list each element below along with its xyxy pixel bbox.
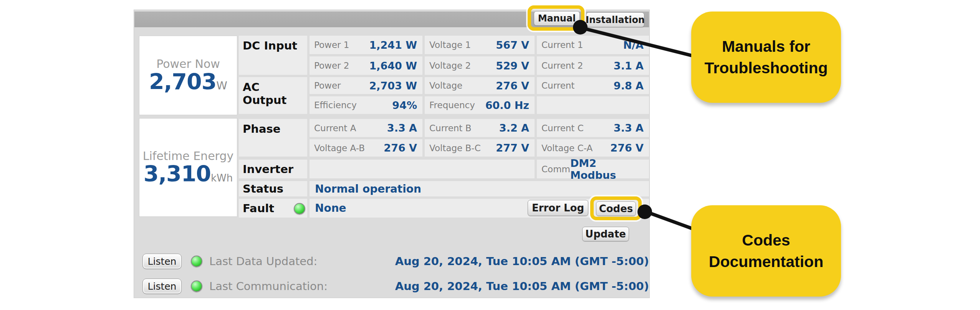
lifetime-energy-label: Lifetime Energy bbox=[143, 149, 233, 163]
cell-dc-current1: Current 1N/A bbox=[537, 36, 649, 54]
last-communication-timestamp: Aug 20, 2024, Tue 10:05 AM (GMT -5:00) bbox=[395, 280, 649, 292]
dc-voltage2-value: 529 V bbox=[496, 60, 529, 72]
inverter-comm-value: DM2 Modbus bbox=[570, 157, 644, 181]
section-label-inverter: Inverter bbox=[239, 160, 307, 178]
cell-empty-ac bbox=[537, 96, 649, 114]
lifetime-energy-value: 3,310kWh bbox=[144, 163, 233, 186]
ac-power-label: Power bbox=[314, 81, 341, 91]
codes-highlight-ring bbox=[590, 196, 642, 220]
cell-ac-voltage: Voltage276 V bbox=[425, 77, 535, 94]
communication-led bbox=[191, 280, 202, 292]
cell-dc-power2: Power 21,640 W bbox=[310, 56, 422, 75]
cell-dc-power1: Power 11,241 W bbox=[310, 36, 422, 54]
lifetime-energy-box: Lifetime Energy 3,310kWh bbox=[139, 118, 237, 217]
cell-dc-voltage2: Voltage 2529 V bbox=[425, 56, 535, 75]
cell-ac-frequency: Frequency60.0 Hz bbox=[425, 96, 535, 114]
listen-button-communication[interactable]: Listen bbox=[142, 279, 182, 294]
phase-voltage-ab-label: Voltage A-B bbox=[314, 143, 365, 153]
connector-line-codes bbox=[645, 211, 694, 229]
callout-manual-line1: Manuals for bbox=[722, 36, 810, 57]
ac-voltage-value: 276 V bbox=[496, 80, 529, 92]
ac-current-label: Current bbox=[541, 81, 574, 91]
cell-phase-current-b: Current B3.2 A bbox=[425, 119, 535, 137]
listen-button-data-updated[interactable]: Listen bbox=[142, 254, 182, 269]
phase-current-c-label: Current C bbox=[541, 123, 584, 133]
section-label-dc-input: DC Input bbox=[239, 36, 307, 75]
cell-phase-current-a: Current A3.3 A bbox=[310, 119, 422, 137]
cell-status: Normal operation bbox=[310, 181, 649, 196]
dc-current1-label: Current 1 bbox=[541, 40, 583, 50]
callout-codes-line1: Codes bbox=[742, 229, 790, 251]
power-now-value: 2,703W bbox=[149, 71, 227, 94]
dc-current2-value: 3.1 A bbox=[614, 60, 644, 72]
callout-codes-documentation: Codes Documentation bbox=[691, 205, 841, 297]
dc-voltage1-label: Voltage 1 bbox=[429, 40, 471, 50]
ac-frequency-value: 60.0 Hz bbox=[485, 99, 529, 111]
phase-voltage-ca-value: 276 V bbox=[610, 142, 644, 154]
dc-current2-label: Current 2 bbox=[541, 61, 583, 71]
ac-efficiency-value: 94% bbox=[392, 99, 417, 111]
ac-power-value: 2,703 W bbox=[369, 80, 417, 92]
lifetime-energy-unit: kWh bbox=[211, 172, 233, 184]
phase-voltage-bc-value: 277 V bbox=[496, 142, 529, 154]
phase-current-a-label: Current A bbox=[314, 123, 356, 133]
error-log-button[interactable]: Error Log bbox=[528, 200, 588, 216]
ac-current-value: 9.8 A bbox=[614, 80, 644, 92]
callout-codes-line2: Documentation bbox=[709, 251, 823, 272]
phase-voltage-bc-label: Voltage B-C bbox=[429, 143, 481, 153]
lifetime-energy-number: 3,310 bbox=[144, 161, 211, 186]
callout-manuals-for-troubleshooting: Manuals for Troubleshooting bbox=[691, 12, 841, 103]
phase-current-a-value: 3.3 A bbox=[387, 122, 417, 134]
fault-status-led bbox=[294, 203, 305, 214]
cell-inverter-comm: CommDM2 Modbus bbox=[537, 160, 649, 178]
power-now-label: Power Now bbox=[156, 57, 220, 71]
ac-efficiency-label: Efficiency bbox=[314, 100, 357, 110]
power-now-unit: W bbox=[216, 79, 227, 92]
cell-inverter-empty bbox=[310, 160, 535, 178]
section-label-phase: Phase bbox=[239, 119, 307, 157]
cell-phase-voltage-ca: Voltage C-A276 V bbox=[537, 139, 649, 157]
dc-power2-label: Power 2 bbox=[314, 61, 349, 71]
cell-dc-voltage1: Voltage 1567 V bbox=[425, 36, 535, 54]
cell-phase-current-c: Current C3.3 A bbox=[537, 119, 649, 137]
section-label-status: Status bbox=[239, 181, 307, 196]
cell-ac-efficiency: Efficiency94% bbox=[310, 96, 422, 114]
dc-power1-label: Power 1 bbox=[314, 40, 349, 50]
phase-current-b-label: Current B bbox=[429, 123, 471, 133]
cell-phase-voltage-ab: Voltage A-B276 V bbox=[310, 139, 422, 157]
callout-manual-line2: Troubleshooting bbox=[704, 57, 828, 79]
phase-current-b-value: 3.2 A bbox=[499, 122, 529, 134]
dc-power1-value: 1,241 W bbox=[369, 39, 417, 51]
power-now-box: Power Now 2,703W bbox=[139, 36, 237, 115]
last-communication-label: Last Communication: bbox=[209, 280, 328, 292]
phase-voltage-ab-value: 276 V bbox=[384, 142, 417, 154]
power-now-number: 2,703 bbox=[149, 69, 216, 94]
cell-ac-current: Current9.8 A bbox=[537, 77, 649, 94]
ac-frequency-label: Frequency bbox=[429, 100, 475, 110]
phase-current-c-value: 3.3 A bbox=[614, 122, 644, 134]
dc-current1-value: N/A bbox=[623, 39, 644, 51]
dc-power2-value: 1,640 W bbox=[369, 60, 417, 72]
last-data-updated-timestamp: Aug 20, 2024, Tue 10:05 AM (GMT -5:00) bbox=[395, 256, 649, 267]
inverter-comm-label: Comm bbox=[541, 164, 570, 174]
ac-voltage-label: Voltage bbox=[429, 81, 462, 91]
last-data-updated-label: Last Data Updated: bbox=[209, 256, 317, 267]
cell-dc-current2: Current 23.1 A bbox=[537, 56, 649, 75]
dc-voltage1-value: 567 V bbox=[496, 39, 529, 51]
screen: Manual Installation Power Now 2,703W Lif… bbox=[0, 0, 980, 310]
dc-voltage2-label: Voltage 2 bbox=[429, 61, 471, 71]
update-button[interactable]: Update bbox=[582, 227, 629, 241]
data-updated-led bbox=[191, 256, 202, 267]
section-label-ac-output: AC Output bbox=[239, 77, 307, 114]
cell-phase-voltage-bc: Voltage B-C277 V bbox=[425, 139, 535, 157]
phase-voltage-ca-label: Voltage C-A bbox=[541, 143, 593, 153]
cell-ac-power: Power2,703 W bbox=[310, 77, 422, 94]
installation-button[interactable]: Installation bbox=[586, 12, 644, 27]
manual-highlight-ring bbox=[528, 5, 584, 31]
